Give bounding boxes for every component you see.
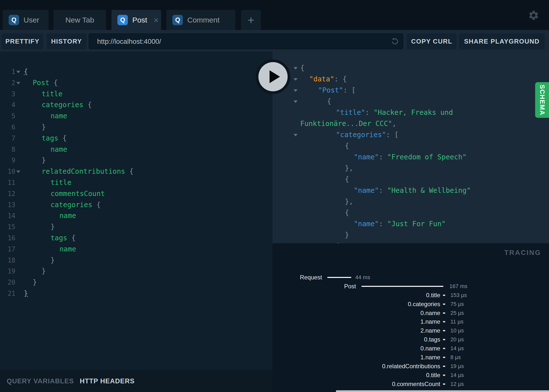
collapse-arrow-icon[interactable]: [294, 100, 298, 103]
response-row: {: [273, 207, 549, 218]
query-lines: 1{2Post {3title4categories {5name6}7tags…: [0, 66, 273, 299]
trace-duration-bar: [327, 277, 351, 278]
prettify-button[interactable]: PRETTIFY: [1, 33, 43, 49]
collapse-arrow-icon[interactable]: [294, 67, 298, 70]
tracing-scrollbar[interactable]: [336, 390, 549, 392]
endpoint-url-field: [89, 33, 403, 49]
tab-label: Post: [132, 16, 147, 24]
trace-label: 0.title: [426, 292, 440, 299]
trace-tick: [443, 321, 445, 322]
query-line: 9}: [0, 155, 273, 166]
code-token: : [: [386, 131, 399, 139]
trace-label: Request: [300, 274, 322, 281]
code-token: }: [51, 256, 55, 264]
line-number: 20: [0, 277, 15, 288]
trace-label: Post: [344, 283, 356, 290]
response-row: "name": "Health & Wellbeing": [273, 185, 549, 196]
response-viewer[interactable]: {"data": {"Post": [{"title": "Hacker, Fr…: [273, 51, 549, 243]
query-line: 13categories {: [0, 199, 273, 211]
code-token: {: [62, 134, 67, 142]
response-row: "Post": [: [273, 85, 549, 96]
line-number: 15: [0, 221, 15, 233]
tab-user[interactable]: Q User: [3, 10, 49, 30]
query-line: 8name: [0, 144, 273, 155]
share-playground-button[interactable]: SHARE PLAYGROUND: [459, 33, 545, 49]
trace-tick: [443, 330, 445, 331]
line-number: 13: [0, 199, 15, 211]
play-icon: [270, 70, 280, 83]
code-token: {: [71, 234, 76, 242]
line-number: 3: [0, 89, 15, 100]
trace-tick: [443, 366, 445, 367]
line-number: 12: [0, 188, 15, 199]
query-editor[interactable]: 1{2Post {3title4categories {5name6}7tags…: [0, 51, 273, 370]
collapse-arrow-icon[interactable]: [294, 78, 298, 81]
trace-time: 167 ms: [449, 283, 467, 290]
trace-row: 0.categories75 µs: [273, 300, 549, 309]
tracing-waterfall: Request44 msPost167 ms0.title153 µs0.cat…: [273, 273, 549, 392]
query-line: 12commentsCount: [0, 188, 273, 199]
http-headers-tab[interactable]: HTTP HEADERS: [80, 370, 135, 392]
collapse-arrow-icon[interactable]: [294, 134, 298, 136]
trace-tick: [443, 303, 445, 305]
code-token: "name": [354, 220, 379, 228]
query-variables-tab[interactable]: QUERY VARIABLES: [7, 370, 74, 392]
tab-post[interactable]: Q Post ×: [111, 10, 161, 30]
close-icon[interactable]: ×: [154, 16, 159, 24]
code-token: Post: [33, 79, 54, 87]
add-tab-button[interactable]: +: [241, 10, 261, 30]
trace-row: 0.tags20 µs: [273, 335, 549, 344]
query-badge: Q: [172, 15, 183, 25]
code-token: "Hacker, Freaks und: [374, 108, 453, 117]
toolbar: PRETTIFY HISTORY COPY CURL SHARE PLAYGRO…: [0, 30, 549, 51]
trace-time: 12 µs: [450, 381, 464, 387]
code-token: {: [327, 97, 331, 105]
trace-time: 25 µs: [450, 310, 464, 316]
response-row: "name": "Freedom of Speech": [273, 151, 549, 163]
code-token: : [: [343, 86, 356, 94]
fold-arrow-icon[interactable]: [16, 82, 20, 84]
response-row: },: [273, 163, 549, 174]
query-badge: Q: [9, 15, 19, 25]
query-line: 14name: [0, 210, 273, 221]
query-line: 11title: [0, 177, 273, 188]
fold-arrow-icon[interactable]: [16, 171, 20, 173]
tab-comment[interactable]: Q Comment: [166, 10, 235, 30]
copy-curl-button[interactable]: COPY CURL: [407, 33, 457, 49]
tab-label: Comment: [187, 16, 220, 24]
collapse-arrow-icon[interactable]: [294, 89, 298, 92]
tab-new-tab[interactable]: New Tab: [54, 10, 106, 30]
tab-bar: Q User New Tab Q Post × Q Comment +: [0, 0, 549, 30]
trace-label: 0.relatedContributions: [382, 363, 440, 370]
fold-arrow-icon[interactable]: [16, 71, 20, 73]
query-line: 4categories {: [0, 99, 273, 111]
response-rows: {"data": {"Post": [{"title": "Hacker, Fr…: [273, 62, 549, 243]
trace-time: 10 µs: [450, 327, 464, 334]
query-line: 21}: [0, 288, 273, 299]
tracing-panel[interactable]: TRACING Request44 msPost167 ms0.title153…: [273, 243, 549, 392]
trace-duration-bar: [361, 286, 443, 287]
code-token: "Post": [318, 86, 343, 94]
code-token: {: [87, 101, 92, 109]
trace-label: 1.name: [420, 354, 440, 361]
code-token: "data": [309, 75, 334, 83]
response-row: "categories": [: [273, 129, 549, 140]
schema-tab[interactable]: SCHEMA: [535, 82, 549, 118]
settings-gear-icon[interactable]: [528, 10, 539, 21]
trace-row: 0.name14 µs: [273, 344, 549, 353]
history-button[interactable]: HISTORY: [47, 33, 86, 49]
execute-query-button[interactable]: [256, 59, 290, 94]
response-row: "data": {: [273, 74, 549, 85]
query-line: 3title: [0, 89, 273, 100]
endpoint-url-input[interactable]: [97, 34, 383, 49]
response-row: {: [273, 140, 549, 151]
line-number: 19: [0, 266, 15, 277]
code-token: :: [379, 220, 387, 228]
tracing-toggle[interactable]: TRACING: [504, 249, 541, 257]
line-number: 18: [0, 255, 15, 266]
response-row: {: [273, 62, 549, 74]
code-token: ,: [392, 120, 396, 128]
code-token: },: [345, 197, 353, 206]
query-line: 1{: [0, 66, 273, 77]
refresh-schema-icon[interactable]: [390, 37, 399, 46]
